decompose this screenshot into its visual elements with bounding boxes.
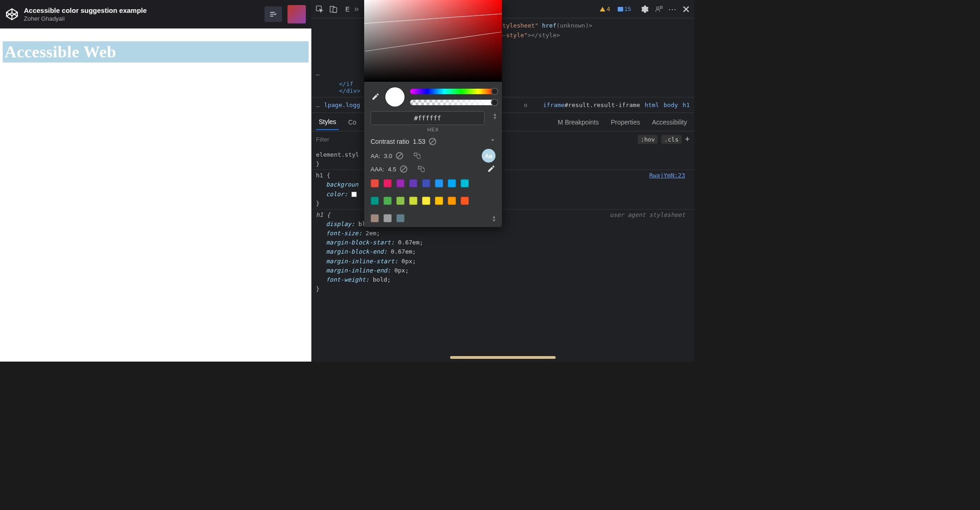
- editor-layout-button[interactable]: [265, 6, 282, 22]
- feedback-icon[interactable]: [654, 5, 663, 14]
- tab-properties[interactable]: Properties: [608, 115, 643, 130]
- css-property[interactable]: display:: [316, 221, 355, 227]
- css-property[interactable]: margin-inline-start:: [316, 258, 398, 265]
- tab-dom-breakpoints-partial[interactable]: M Breakpoints: [555, 115, 601, 130]
- palette-swatch[interactable]: [422, 197, 430, 205]
- codepen-logo-icon: [6, 8, 18, 21]
- warnings-count: 4: [607, 6, 610, 12]
- color-format-label: HEX: [371, 127, 496, 132]
- eyedropper-icon[interactable]: [371, 92, 380, 102]
- more-menu-icon[interactable]: ⋯: [668, 5, 677, 14]
- contrast-line-icon: [364, 14, 501, 24]
- tab-styles[interactable]: Styles: [316, 114, 339, 130]
- tab-partial-letter: E: [345, 6, 349, 13]
- fail-icon: [429, 138, 436, 145]
- settings-gear-icon[interactable]: [640, 5, 649, 14]
- palette-swatch[interactable]: [409, 197, 417, 205]
- palette-swatch[interactable]: [409, 179, 417, 187]
- cls-toggle[interactable]: .cls: [661, 135, 681, 144]
- svg-point-3: [657, 6, 659, 9]
- palette-swatch[interactable]: [383, 214, 392, 222]
- slider-thumb-icon[interactable]: [491, 99, 498, 106]
- svg-rect-2: [333, 7, 337, 12]
- css-property[interactable]: margin-inline-end:: [316, 267, 391, 274]
- css-property[interactable]: margin-block-end:: [316, 248, 387, 255]
- preview-pane: Accessible Web: [0, 28, 311, 362]
- breadcrumb-h1[interactable]: h1: [682, 102, 690, 108]
- palette-swatch[interactable]: [461, 197, 469, 205]
- hue-slider[interactable]: [410, 89, 496, 94]
- warnings-badge[interactable]: 4: [600, 6, 610, 12]
- breadcrumb-html[interactable]: html: [645, 102, 659, 108]
- palette-swatch[interactable]: [448, 197, 456, 205]
- pen-author[interactable]: Zoher Ghadyali: [24, 15, 259, 22]
- css-property[interactable]: margin-block-start:: [316, 239, 394, 246]
- palette-swatch[interactable]: [383, 197, 392, 205]
- drawer-resize-handle[interactable]: [450, 356, 556, 359]
- palette-swatch[interactable]: [422, 179, 430, 187]
- tab-computed-partial[interactable]: Co: [345, 115, 359, 130]
- breadcrumb-item[interactable]: lpage.logg: [324, 102, 360, 108]
- format-switch-icon[interactable]: ▴▾: [494, 112, 496, 119]
- palette-swatch[interactable]: [371, 197, 379, 205]
- contrast-sample: Aa: [482, 149, 496, 163]
- css-property[interactable]: font-weight:: [316, 276, 369, 283]
- hex-input[interactable]: [371, 111, 484, 125]
- contrast-ratio-value: 1.53: [413, 138, 425, 145]
- close-devtools-icon[interactable]: [681, 5, 691, 14]
- source-link[interactable]: RwajYmN:23: [649, 171, 685, 180]
- suggest-color-icon[interactable]: [413, 152, 421, 159]
- suggest-color-icon[interactable]: [417, 165, 425, 173]
- fail-icon: [396, 152, 403, 159]
- palette-swatch[interactable]: [396, 197, 405, 205]
- palette-swatch[interactable]: [435, 179, 443, 187]
- palette-swatch[interactable]: [435, 197, 443, 205]
- color-palette: ▴▾: [364, 175, 502, 222]
- hov-toggle[interactable]: :hov: [638, 135, 658, 144]
- color-swatch-icon[interactable]: [351, 192, 357, 197]
- saturation-lightness-picker[interactable]: [364, 0, 502, 82]
- alpha-slider[interactable]: [410, 100, 496, 105]
- css-property[interactable]: font-size:: [316, 230, 362, 237]
- breadcrumb-iframe[interactable]: iframe: [543, 102, 564, 108]
- pen-title: Accessible color suggestion example: [24, 6, 259, 14]
- warning-triangle-icon: [600, 7, 605, 11]
- info-badge[interactable]: 15: [618, 6, 631, 12]
- preview-heading: Accessible Web: [3, 41, 309, 62]
- device-toolbar-icon[interactable]: [329, 5, 338, 14]
- info-count: 15: [625, 6, 631, 12]
- svg-rect-4: [414, 153, 417, 156]
- palette-swatch[interactable]: [371, 214, 379, 222]
- contrast-ratio-label: Contrast ratio: [371, 138, 409, 145]
- slider-thumb-icon[interactable]: [491, 88, 498, 95]
- info-square-icon: [618, 7, 623, 11]
- color-picker-panel: HEX ▴▾ Contrast ratio 1.53 ⌃ AA: 3.0 Aa: [364, 0, 502, 227]
- user-avatar[interactable]: [287, 5, 306, 23]
- current-color-swatch: [385, 87, 405, 107]
- palette-swatch[interactable]: [396, 179, 405, 187]
- palette-swatch[interactable]: [396, 214, 405, 222]
- new-style-rule-button[interactable]: +: [685, 135, 690, 144]
- palette-swatch[interactable]: [383, 179, 392, 187]
- contrast-line-icon: [365, 32, 501, 51]
- svg-rect-5: [418, 166, 421, 169]
- palette-switch-icon[interactable]: ▴▾: [493, 215, 496, 222]
- palette-swatch[interactable]: [461, 179, 469, 187]
- codepen-header: Accessible color suggestion example Zohe…: [0, 0, 311, 28]
- more-tabs-chevron-icon[interactable]: »: [354, 4, 359, 14]
- palette-swatch[interactable]: [448, 179, 456, 187]
- palette-swatch[interactable]: [371, 179, 379, 187]
- breadcrumb-body[interactable]: body: [664, 102, 678, 108]
- ua-stylesheet-label: user agent stylesheet: [610, 210, 685, 220]
- collapse-chevron-icon[interactable]: ⌃: [490, 138, 496, 145]
- inspect-element-icon[interactable]: [315, 5, 324, 14]
- fail-icon: [400, 165, 407, 173]
- tab-accessibility[interactable]: Accessibility: [649, 115, 690, 130]
- pick-background-icon[interactable]: [486, 164, 496, 174]
